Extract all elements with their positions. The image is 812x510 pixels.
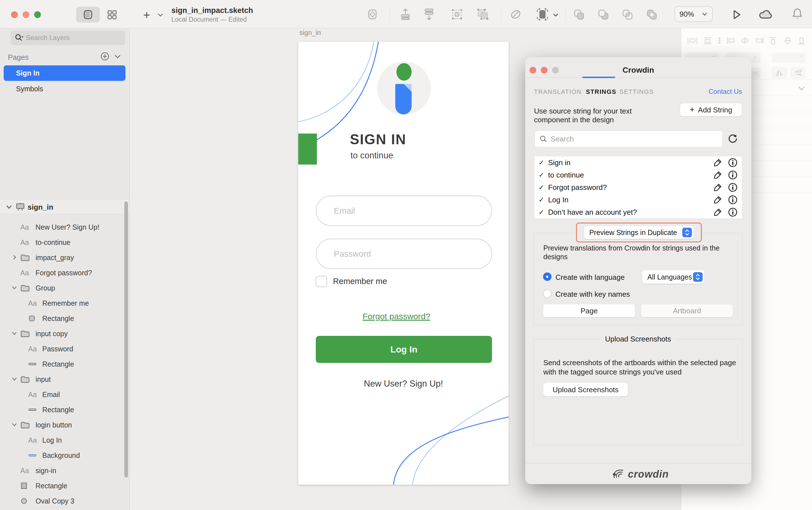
layer-row[interactable]: AaNew User? Sign Up! (0, 219, 129, 235)
email-field[interactable]: Email (316, 196, 492, 226)
shape-tool-icon[interactable] (367, 8, 378, 20)
chevron-right-icon[interactable] (11, 254, 18, 260)
layer-row[interactable]: AaLog In (0, 432, 129, 448)
zoom-window-button[interactable] (34, 11, 41, 18)
checkmark-icon: ✓ (539, 183, 548, 191)
add-string-button[interactable]: + Add String (680, 103, 742, 116)
info-icon[interactable] (728, 207, 738, 217)
string-row[interactable]: ✓ to continue (534, 169, 742, 181)
strings-search-input[interactable]: Search (534, 130, 723, 147)
chevron-down-icon[interactable] (11, 284, 18, 291)
grid-view-toggle[interactable] (103, 7, 121, 23)
boolean-difference-icon[interactable] (646, 8, 658, 21)
page-button[interactable]: Page (543, 304, 635, 317)
layer-row[interactable]: impact_gray (0, 250, 129, 265)
layer-row[interactable]: input (0, 372, 129, 387)
pages-collapse-chevron-icon[interactable] (114, 54, 121, 59)
string-row[interactable]: ✓ Sign in (534, 156, 742, 169)
refresh-icon[interactable] (727, 133, 739, 145)
edit-pencil-icon[interactable] (713, 207, 723, 217)
layer-row[interactable]: login button (0, 417, 129, 432)
layer-row[interactable]: Rectangle (0, 478, 129, 493)
boolean-subtract-icon[interactable] (597, 8, 610, 21)
flip-vertical-button[interactable] (790, 67, 806, 79)
resize-icon[interactable] (536, 7, 549, 22)
sign-up-text[interactable]: New User? Sign Up! (298, 379, 509, 389)
group-icon[interactable] (451, 8, 464, 21)
layer-row[interactable]: Background (0, 448, 129, 463)
cloud-sync-icon[interactable] (758, 8, 773, 21)
alignment-toolbar-icons[interactable] (686, 35, 805, 46)
layer-row[interactable]: Rectangle (0, 311, 129, 326)
log-in-button[interactable]: Log In (316, 336, 492, 363)
insert-chevron-icon[interactable] (157, 12, 164, 18)
sidebar-page-symbols[interactable]: Symbols (4, 81, 125, 97)
add-page-button[interactable] (100, 52, 109, 61)
remember-me-checkbox[interactable] (316, 276, 327, 287)
ungroup-icon[interactable] (476, 8, 489, 21)
insert-button[interactable]: + (143, 8, 150, 22)
layer-row[interactable]: AaRemember me (0, 296, 129, 311)
layer-row[interactable]: input copy (0, 326, 129, 341)
boolean-intersect-icon[interactable] (621, 8, 634, 21)
layer-row[interactable]: Aato-continue (0, 235, 129, 250)
canvas-view-toggle[interactable] (76, 7, 100, 23)
artboard-button[interactable]: Artboard (641, 304, 733, 317)
preview-play-button[interactable] (730, 8, 743, 21)
create-with-language-radio[interactable] (543, 272, 551, 281)
layer-row[interactable]: AaPassword (0, 341, 129, 356)
chevron-down-icon[interactable] (6, 205, 12, 209)
move-backward-icon[interactable] (423, 8, 435, 21)
upload-screenshots-button[interactable]: Upload Screenshots (543, 383, 628, 396)
chevron-down-icon[interactable] (11, 422, 18, 428)
sidebar-page-sign-in[interactable]: Sign In (4, 65, 125, 81)
rotation-field[interactable]: ° (772, 52, 806, 63)
contact-us-link[interactable]: Contact Us (708, 88, 742, 95)
artboard-canvas-label[interactable]: sign_in (299, 29, 321, 37)
info-icon[interactable] (728, 182, 738, 192)
language-dropdown[interactable]: All Languages (642, 270, 704, 284)
preview-strings-dropdown[interactable]: Preview Strings in Duplicate (584, 226, 694, 239)
layer-row[interactable]: Group (0, 280, 129, 296)
sign-in-heading: SIGN IN (350, 131, 406, 148)
password-field[interactable]: Password (316, 239, 492, 269)
minimize-window-button[interactable] (23, 11, 29, 18)
chevron-down-icon[interactable] (11, 330, 18, 336)
move-forward-icon[interactable] (399, 8, 412, 21)
notifications-bell-icon[interactable] (791, 7, 804, 22)
layer-row[interactable]: Rectangle (0, 356, 129, 372)
layer-row[interactable]: Aasign-in (0, 463, 129, 478)
tab-settings[interactable]: SETTINGS (619, 88, 654, 95)
edit-pencil-icon[interactable] (713, 183, 723, 192)
section-collapse-chevron-icon[interactable] (798, 86, 806, 91)
info-icon[interactable] (728, 195, 738, 205)
edit-pencil-icon[interactable] (713, 195, 723, 205)
edit-pencil-icon[interactable] (713, 170, 723, 180)
layer-label: Rectangle (42, 314, 74, 323)
layer-row[interactable]: Oval Copy 3 (0, 493, 129, 509)
artboard-tree-header[interactable]: sign_in (0, 199, 129, 214)
edit-shape-icon[interactable] (509, 8, 522, 21)
forgot-password-link[interactable]: Forgot password? (362, 312, 430, 321)
checkmark-icon: ✓ (539, 159, 548, 167)
create-with-key-names-radio[interactable] (543, 289, 551, 298)
string-row[interactable]: ✓ Don’t have an account yet? (534, 206, 742, 218)
info-icon[interactable] (728, 170, 738, 180)
layer-row[interactable]: AaForgot password? (0, 265, 129, 280)
layers-scrollbar[interactable] (124, 202, 128, 478)
tab-strings[interactable]: STRINGS (586, 88, 616, 95)
info-icon[interactable] (728, 157, 738, 168)
string-row[interactable]: ✓ Forgot password? (534, 181, 742, 193)
string-row[interactable]: ✓ Log In (534, 193, 742, 206)
search-layers-input[interactable]: Search Layers (11, 30, 125, 45)
edit-pencil-icon[interactable] (713, 158, 723, 168)
chevron-down-icon[interactable] (11, 376, 18, 382)
boolean-union-icon[interactable] (573, 8, 585, 21)
resize-chevron-icon[interactable] (552, 12, 559, 18)
flip-horizontal-button[interactable] (772, 67, 787, 79)
zoom-level-dropdown[interactable]: 90% (674, 6, 713, 22)
tab-translation[interactable]: TRANSLATION (534, 88, 582, 95)
layer-row[interactable]: AaEmail (0, 387, 129, 402)
layer-row[interactable]: Rectangle (0, 402, 129, 417)
close-window-button[interactable] (11, 11, 18, 18)
